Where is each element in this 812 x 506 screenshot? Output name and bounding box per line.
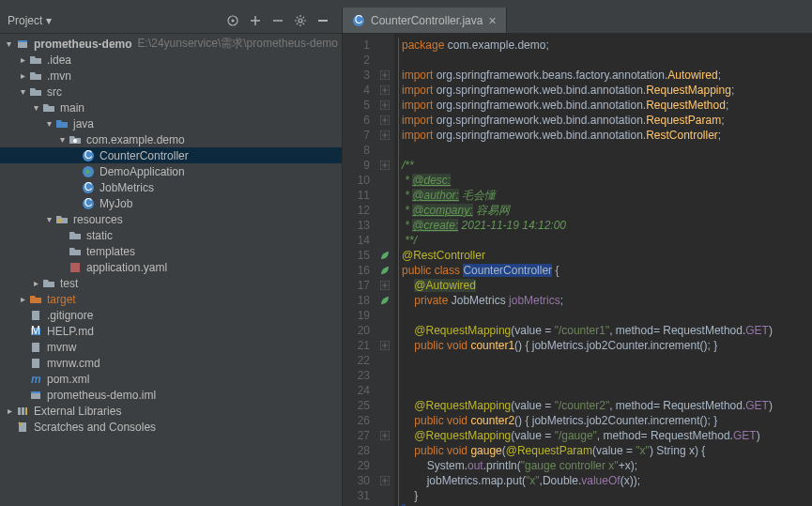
folder-icon xyxy=(41,276,56,291)
tree-java[interactable]: ▾java xyxy=(0,115,342,131)
file-icon xyxy=(28,340,43,355)
folder-icon xyxy=(28,53,43,68)
tree-app-yaml[interactable]: application.yaml xyxy=(0,259,342,275)
markdown-icon: M xyxy=(28,324,43,339)
tree-my-job[interactable]: CMyJob xyxy=(0,195,342,211)
class-run-icon xyxy=(81,164,96,179)
project-header: Project ▾ xyxy=(0,8,342,34)
tree-mvnw[interactable]: mvnw xyxy=(0,339,342,355)
folder-icon xyxy=(28,69,43,84)
svg-rect-22 xyxy=(31,391,40,393)
tree-target[interactable]: ▸target xyxy=(0,291,342,307)
folder-icon xyxy=(28,84,43,100)
tree-gitignore[interactable]: .gitignore xyxy=(0,307,342,323)
svg-text:m: m xyxy=(31,373,41,386)
code-content[interactable]: package com.example.demo; import org.spr… xyxy=(394,34,812,506)
tree-mvnw-cmd[interactable]: mvnw.cmd xyxy=(0,355,342,371)
resources-folder-icon xyxy=(54,212,69,227)
tree-src[interactable]: ▾src xyxy=(0,84,342,100)
source-folder-icon xyxy=(54,116,69,131)
class-icon: C xyxy=(81,180,96,195)
yaml-icon xyxy=(68,260,83,275)
tree-main[interactable]: ▾main xyxy=(0,100,342,115)
module-file-icon xyxy=(28,388,43,403)
tree-scratches[interactable]: Scratches and Consoles xyxy=(0,419,342,435)
svg-rect-14 xyxy=(70,263,80,272)
expand-all-icon[interactable] xyxy=(247,12,264,29)
project-label: Project xyxy=(8,14,42,27)
tab-counter-controller[interactable]: C CounterController.java × xyxy=(343,8,507,33)
svg-text:C: C xyxy=(84,149,93,161)
class-icon: C xyxy=(81,196,96,211)
folder-icon xyxy=(68,244,83,259)
svg-rect-15 xyxy=(32,311,39,320)
svg-rect-23 xyxy=(18,407,21,415)
file-icon xyxy=(28,356,43,371)
folder-icon xyxy=(68,228,83,243)
svg-text:C: C xyxy=(355,14,363,26)
hide-icon[interactable] xyxy=(314,12,331,29)
svg-rect-4 xyxy=(18,40,27,42)
tree-root[interactable]: ▾prometheus-demoE:\24yunservice\需求\prome… xyxy=(0,36,342,52)
collapse-all-icon[interactable] xyxy=(269,12,286,29)
project-tree: ▾prometheus-demoE:\24yunservice\需求\prome… xyxy=(0,34,342,506)
maven-icon: m xyxy=(28,372,43,387)
tab-label: CounterController.java xyxy=(371,14,483,27)
svg-text:C: C xyxy=(84,197,93,209)
svg-text:M: M xyxy=(31,325,40,337)
gutter-icons xyxy=(375,34,394,506)
svg-point-2 xyxy=(299,19,302,23)
svg-rect-19 xyxy=(32,359,39,368)
class-icon: C xyxy=(81,148,96,163)
tree-pom-xml[interactable]: mpom.xml xyxy=(0,371,342,387)
editor-panel: C CounterController.java × 1234567891011… xyxy=(343,8,812,506)
tree-help-md[interactable]: MHELP.md xyxy=(0,323,342,339)
svg-rect-25 xyxy=(25,407,27,415)
tree-templates[interactable]: templates xyxy=(0,243,342,259)
tree-counter-controller[interactable]: CCounterController xyxy=(0,147,342,163)
gear-icon[interactable] xyxy=(292,12,309,29)
project-dropdown-icon[interactable]: ▾ xyxy=(46,14,52,27)
tree-idea[interactable]: ▸.idea xyxy=(0,52,342,68)
project-panel: Project ▾ ▾prometheus-demoE:\24yunservic… xyxy=(0,8,343,506)
editor-tabs: C CounterController.java × xyxy=(343,8,812,34)
tree-ext-libs[interactable]: ▸External Libraries xyxy=(0,403,342,419)
library-icon xyxy=(15,404,30,419)
tree-mvn[interactable]: ▸.mvn xyxy=(0,68,342,84)
excluded-folder-icon xyxy=(28,292,43,307)
tree-static[interactable]: static xyxy=(0,227,342,243)
code-area[interactable]: 1234567891011121314151617181920212223242… xyxy=(343,34,812,506)
tree-resources[interactable]: ▾resources xyxy=(0,211,342,227)
svg-text:C: C xyxy=(84,181,93,193)
svg-rect-24 xyxy=(22,407,24,415)
tree-job-metrics[interactable]: CJobMetrics xyxy=(0,179,342,195)
tree-iml[interactable]: prometheus-demo.iml xyxy=(0,387,342,403)
tree-test[interactable]: ▸test xyxy=(0,275,342,291)
folder-icon xyxy=(41,100,56,115)
class-icon: C xyxy=(352,14,365,27)
line-numbers: 1234567891011121314151617181920212223242… xyxy=(343,34,375,506)
svg-rect-13 xyxy=(58,219,61,222)
svg-rect-18 xyxy=(32,343,39,352)
module-icon xyxy=(15,37,30,52)
file-icon xyxy=(28,308,43,323)
svg-point-5 xyxy=(73,139,77,143)
close-icon[interactable]: × xyxy=(488,13,496,28)
package-icon xyxy=(68,132,83,147)
scratch-icon xyxy=(15,420,30,435)
tree-demo-application[interactable]: DemoApplication xyxy=(0,163,342,179)
svg-point-1 xyxy=(232,19,235,22)
tree-package[interactable]: ▾com.example.demo xyxy=(0,131,342,147)
select-opened-file-icon[interactable] xyxy=(224,12,241,29)
